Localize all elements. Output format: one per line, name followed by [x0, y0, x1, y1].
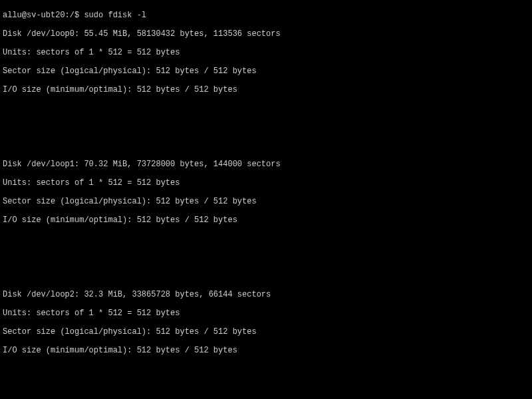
- output-line: Disk /dev/loop2: 32.3 MiB, 33865728 byte…: [3, 290, 529, 299]
- blank-line: [3, 132, 529, 141]
- output-line: I/O size (minimum/optimal): 512 bytes / …: [3, 85, 529, 94]
- output-line: Disk /dev/loop1: 70.32 MiB, 73728000 byt…: [3, 160, 529, 169]
- output-line: Disk /dev/loop0: 55.45 MiB, 58130432 byt…: [3, 29, 529, 39]
- blank-line: [3, 374, 529, 383]
- output-line: I/O size (minimum/optimal): 512 bytes / …: [3, 346, 529, 355]
- disk-block-loop2: Disk /dev/loop2: 32.3 MiB, 33865728 byte…: [3, 281, 529, 364]
- blank-line: [3, 243, 529, 253]
- command-text: sudo fdisk -l: [84, 11, 146, 20]
- output-line: I/O size (minimum/optimal): 512 bytes / …: [3, 215, 529, 225]
- output-line: Sector size (logical/physical): 512 byte…: [3, 327, 529, 336]
- output-line: Units: sectors of 1 * 512 = 512 bytes: [3, 309, 529, 318]
- output-line: Units: sectors of 1 * 512 = 512 bytes: [3, 178, 529, 188]
- blank-line: [3, 392, 529, 399]
- terminal-output[interactable]: allu@sv-ubt20:/$ sudo fdisk -l Disk /dev…: [0, 0, 532, 399]
- blank-line: [3, 113, 529, 122]
- output-line: Sector size (logical/physical): 512 byte…: [3, 66, 529, 76]
- blank-line: [3, 262, 529, 271]
- output-line: Sector size (logical/physical): 512 byte…: [3, 197, 529, 206]
- disk-block-loop1: Disk /dev/loop1: 70.32 MiB, 73728000 byt…: [3, 150, 529, 234]
- shell-prompt: allu@sv-ubt20:/$: [3, 11, 84, 20]
- disk-block-loop0: Disk /dev/loop0: 55.45 MiB, 58130432 byt…: [3, 20, 529, 104]
- output-line: Units: sectors of 1 * 512 = 512 bytes: [3, 48, 529, 57]
